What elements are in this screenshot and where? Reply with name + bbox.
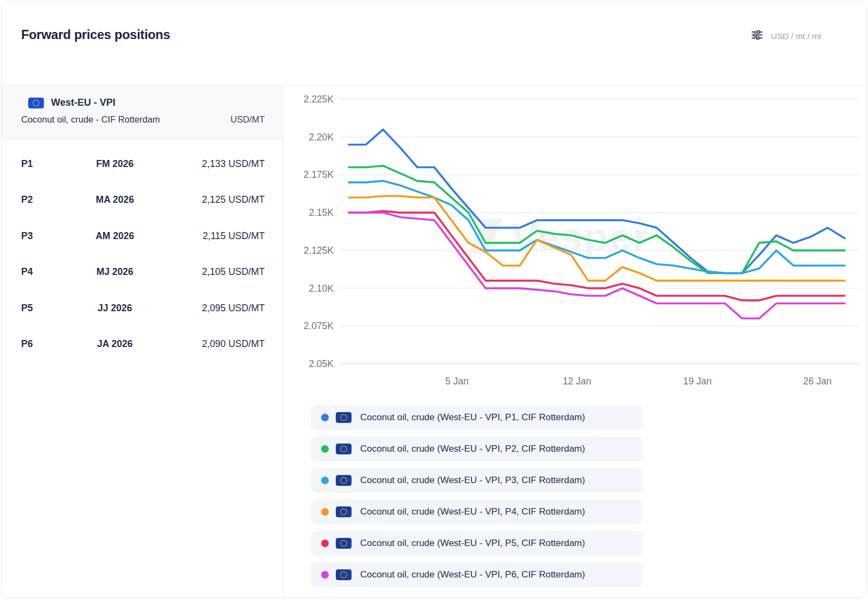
legend-item[interactable]: Coconut oil, crude (West-EU - VPI, P1, C… <box>311 405 643 430</box>
y-axis-tick-label: 2.225K <box>304 94 334 105</box>
series-color-dot <box>321 414 329 421</box>
eu-flag-icon <box>336 475 352 486</box>
legend-item[interactable]: Coconut oil, crude (West-EU - VPI, P4, C… <box>311 499 643 524</box>
legend-item[interactable]: Coconut oil, crude (West-EU - VPI, P5, C… <box>311 531 643 556</box>
x-axis-tick-label: 5 Jan <box>445 376 469 387</box>
y-axis-tick-label: 2.10K <box>309 283 334 294</box>
series-color-dot <box>321 445 329 453</box>
x-axis-tick-label: 12 Jan <box>563 376 591 387</box>
position-period: JA 2026 <box>97 338 133 350</box>
instrument-header: West-EU - VPI Coconut oil, crude - CIF R… <box>2 86 283 140</box>
series-color-dot <box>321 508 329 516</box>
position-price: 2,125 USD/MT <box>202 194 265 206</box>
position-row[interactable]: P2 MA 2026 2,125 USD/MT <box>2 182 283 219</box>
instrument-unit: USD/MT <box>231 114 265 125</box>
series-color-dot <box>321 571 329 579</box>
legend-item[interactable]: Coconut oil, crude (West-EU - VPI, P6, C… <box>311 562 643 587</box>
legend-item-label: Coconut oil, crude (West-EU - VPI, P1, C… <box>360 412 585 423</box>
chart-area: 2.225K2.20K2.175K2.15K2.125K2.10K2.075K2… <box>283 86 866 597</box>
price-chart-svg[interactable]: 2.225K2.20K2.175K2.15K2.125K2.10K2.075K2… <box>283 86 867 392</box>
positions-panel: West-EU - VPI Coconut oil, crude - CIF R… <box>2 86 283 597</box>
eu-flag-icon <box>28 98 44 108</box>
legend-item-label: Coconut oil, crude (West-EU - VPI, P2, C… <box>360 444 585 454</box>
position-price: 2,115 USD/MT <box>203 230 265 242</box>
position-code: P1 <box>21 158 81 170</box>
y-axis-tick-label: 2.05K <box>309 358 334 369</box>
position-period: MA 2026 <box>96 194 134 206</box>
position-row[interactable]: P4 MJ 2026 2,105 USD/MT <box>2 254 283 291</box>
y-axis-tick-label: 2.175K <box>304 169 334 180</box>
eu-flag-icon <box>336 444 352 454</box>
eu-flag-icon <box>336 506 352 517</box>
position-period: AM 2026 <box>95 230 134 242</box>
eu-flag-icon <box>336 538 352 549</box>
legend-item-label: Coconut oil, crude (West-EU - VPI, P5, C… <box>360 538 585 549</box>
position-code: P5 <box>21 303 81 314</box>
y-axis-tick-label: 2.15K <box>309 207 334 218</box>
page-title: Forward prices positions <box>21 28 170 42</box>
position-period: MJ 2026 <box>97 266 133 278</box>
position-row[interactable]: P1 FM 2026 2,133 USD/MT <box>2 146 283 182</box>
series-color-dot <box>321 477 329 484</box>
positions-table: P1 FM 2026 2,133 USD/MT P2 MA 2026 2,125… <box>2 140 283 362</box>
position-price: 2,105 USD/MT <box>202 266 265 278</box>
y-axis-tick-label: 2.20K <box>309 132 334 143</box>
x-axis-tick-label: 19 Jan <box>683 376 712 387</box>
y-axis-tick-label: 2.075K <box>304 320 334 331</box>
card-header: Forward prices positions USD / mt / mt <box>2 2 866 85</box>
card-body: West-EU - VPI Coconut oil, crude - CIF R… <box>2 85 866 597</box>
position-code: P3 <box>21 230 81 242</box>
position-code: P2 <box>21 194 81 206</box>
price-chart[interactable]: 2.225K2.20K2.175K2.15K2.125K2.10K2.075K2… <box>283 86 867 392</box>
legend-item[interactable]: Coconut oil, crude (West-EU - VPI, P2, C… <box>311 436 643 461</box>
eu-flag-icon <box>336 412 352 423</box>
position-period: FM 2026 <box>96 158 133 170</box>
unit-selector-label[interactable]: USD / mt / mt <box>771 31 821 41</box>
instrument-description: Coconut oil, crude - CIF Rotterdam <box>21 114 160 125</box>
legend-item[interactable]: Coconut oil, crude (West-EU - VPI, P3, C… <box>311 468 643 493</box>
position-row[interactable]: P6 JA 2026 2,090 USD/MT <box>2 326 283 363</box>
legend-item-label: Coconut oil, crude (West-EU - VPI, P6, C… <box>360 569 585 580</box>
series-color-dot <box>321 540 329 547</box>
sliders-icon[interactable] <box>751 29 763 43</box>
instrument-name: West-EU - VPI <box>51 97 116 108</box>
chart-legend: Coconut oil, crude (West-EU - VPI, P1, C… <box>311 405 643 587</box>
legend-item-label: Coconut oil, crude (West-EU - VPI, P3, C… <box>360 475 585 486</box>
position-price: 2,133 USD/MT <box>202 158 265 170</box>
position-code: P6 <box>21 338 81 350</box>
y-axis-tick-label: 2.125K <box>304 245 334 256</box>
position-price: 2,090 USD/MT <box>202 338 265 350</box>
position-price: 2,095 USD/MT <box>202 303 265 314</box>
position-code: P4 <box>21 266 81 278</box>
position-row[interactable]: P5 JJ 2026 2,095 USD/MT <box>2 290 283 326</box>
eu-flag-icon <box>336 569 352 580</box>
legend-item-label: Coconut oil, crude (West-EU - VPI, P4, C… <box>360 506 585 517</box>
x-axis-tick-label: 26 Jan <box>803 376 832 387</box>
unit-controls[interactable]: USD / mt / mt <box>751 29 821 43</box>
forward-prices-card: Forward prices positions USD / mt / mt <box>1 1 867 598</box>
position-period: JJ 2026 <box>98 303 132 314</box>
position-row[interactable]: P3 AM 2026 2,115 USD/MT <box>2 218 283 254</box>
